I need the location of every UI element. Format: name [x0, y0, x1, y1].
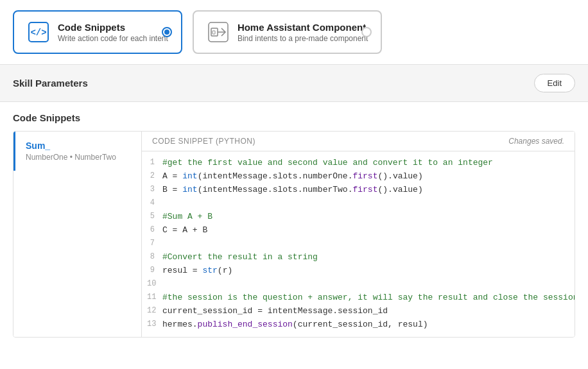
home-assistant-card[interactable]: Home Assistant Component Bind intents to…	[193, 10, 382, 54]
line-number: 5	[142, 210, 162, 223]
code-line: 8#Convert the result in a string	[142, 251, 575, 264]
code-line: 6C = A + B	[142, 224, 575, 237]
svg-text:</>: </>	[30, 28, 46, 38]
line-number: 11	[142, 291, 162, 304]
code-line: 1#get the first value and second value a…	[142, 157, 575, 170]
home-assistant-card-subtitle: Bind intents to a pre-made component	[238, 34, 368, 43]
line-content: B = int(intentMessage.slots.numberTwo.fi…	[162, 184, 575, 197]
code-line: 2A = int(intentMessage.slots.numberOne.f…	[142, 170, 575, 184]
line-number: 2	[142, 170, 162, 182]
line-content: current_session_id = intentMessage.sessi…	[162, 305, 575, 318]
code-snippets-radio[interactable]	[162, 27, 172, 37]
code-snippets-card-title: Code Snippets	[58, 22, 168, 33]
code-line: 10	[142, 278, 575, 291]
code-snippets-card-text: Code Snippets Write action code for each…	[58, 22, 168, 43]
line-content: A = int(intentMessage.slots.numberOne.fi…	[162, 170, 575, 184]
line-number: 6	[142, 224, 162, 236]
line-number: 10	[142, 278, 162, 290]
intent-name: Sum_	[26, 141, 134, 151]
code-snippets-icon: </>	[27, 21, 50, 44]
code-line: 5#Sum A + B	[142, 210, 575, 224]
line-number: 1	[142, 157, 162, 169]
home-assistant-icon	[207, 21, 230, 44]
code-snippets-card-subtitle: Write action code for each intent	[58, 34, 168, 43]
code-line: 7	[142, 237, 575, 251]
intent-item-sum[interactable]: Sum_ NumberOne • NumberTwo	[13, 132, 141, 171]
code-snippets-card[interactable]: </> Code Snippets Write action code for …	[13, 10, 182, 54]
code-line: 12current_session_id = intentMessage.ses…	[142, 305, 575, 318]
line-number: 9	[142, 264, 162, 277]
code-editor: CODE SNIPPET (python) Changes saved. 1#g…	[142, 132, 575, 337]
intent-list: Sum_ NumberOne • NumberTwo	[13, 132, 142, 337]
line-number: 8	[142, 251, 162, 263]
code-line: 3B = int(intentMessage.slots.numberTwo.f…	[142, 184, 575, 197]
line-number: 3	[142, 184, 162, 196]
svg-rect-4	[212, 31, 215, 34]
line-content: hermes.publish_end_session(current_sessi…	[162, 318, 575, 332]
code-line: 9resul = str(r)	[142, 264, 575, 278]
intent-slots: NumberOne • NumberTwo	[26, 153, 134, 162]
code-snippets-heading: Code Snippets	[13, 112, 575, 123]
code-line: 13hermes.publish_end_session(current_ses…	[142, 318, 575, 332]
line-content: #Convert the result in a string	[162, 251, 575, 264]
code-snippets-body: Sum_ NumberOne • NumberTwo CODE SNIPPET …	[13, 131, 575, 338]
line-number: 4	[142, 197, 162, 209]
line-content: #the session is the question + answer, i…	[162, 291, 575, 305]
code-snippet-label: CODE SNIPPET (python)	[152, 137, 255, 146]
line-number: 12	[142, 305, 162, 317]
line-content: #get the first value and second value an…	[162, 157, 575, 170]
line-content: #Sum A + B	[162, 210, 575, 224]
line-number: 13	[142, 318, 162, 330]
code-editor-header: CODE SNIPPET (python) Changes saved.	[142, 132, 575, 151]
home-assistant-card-title: Home Assistant Component	[238, 22, 368, 33]
skill-params-title: Skill Parameters	[13, 78, 88, 89]
home-assistant-radio[interactable]	[361, 27, 372, 37]
card-selection-row: </> Code Snippets Write action code for …	[0, 0, 588, 65]
code-line: 11#the session is the question + answer,…	[142, 291, 575, 305]
edit-button[interactable]: Edit	[534, 74, 575, 92]
changes-saved-status: Changes saved.	[508, 137, 564, 146]
code-area[interactable]: 1#get the first value and second value a…	[142, 151, 575, 337]
code-line: 4	[142, 197, 575, 210]
line-content: resul = str(r)	[162, 264, 575, 278]
code-snippets-section: Code Snippets Sum_ NumberOne • NumberTwo…	[0, 102, 588, 338]
line-number: 7	[142, 237, 162, 250]
line-content: C = A + B	[162, 224, 575, 237]
home-assistant-card-text: Home Assistant Component Bind intents to…	[238, 22, 368, 43]
skill-params-bar: Skill Parameters Edit	[0, 65, 588, 102]
